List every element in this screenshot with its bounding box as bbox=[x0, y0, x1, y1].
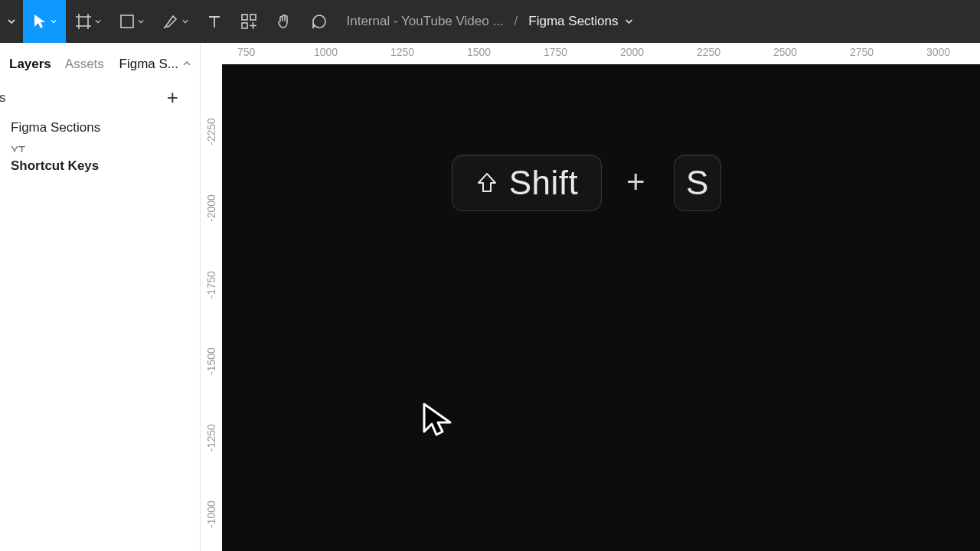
breadcrumb-separator: / bbox=[514, 14, 518, 29]
keycap-s-label: S bbox=[686, 164, 709, 202]
tab-layers[interactable]: Layers bbox=[9, 57, 51, 72]
pages-list: Figma Sections YT Shortcut Keys bbox=[0, 114, 200, 180]
plus-sign: + bbox=[626, 164, 645, 201]
list-item[interactable]: Shortcut Keys bbox=[0, 152, 200, 180]
ruler-tick: 2750 bbox=[850, 46, 874, 58]
list-item[interactable]: Figma Sections bbox=[0, 114, 200, 142]
frame-tool[interactable] bbox=[66, 0, 110, 43]
comment-tool[interactable] bbox=[302, 0, 337, 43]
ruler-tick: 1500 bbox=[467, 46, 491, 58]
ruler-tick: 2000 bbox=[620, 46, 644, 58]
chevron-down-icon bbox=[183, 57, 191, 72]
breadcrumb: Internal - YouTube Video ... / Figma Sec… bbox=[346, 14, 633, 29]
breadcrumb-page-button[interactable]: Figma Sections bbox=[528, 14, 633, 29]
sidebar-tabs: Layers Assets Figma S... bbox=[0, 43, 200, 78]
chevron-down-icon bbox=[625, 17, 634, 26]
svg-rect-1 bbox=[242, 15, 247, 20]
pen-tool[interactable] bbox=[153, 0, 198, 43]
top-toolbar: Internal - YouTube Video ... / Figma Sec… bbox=[0, 0, 980, 43]
breadcrumb-page-label: Figma Sections bbox=[528, 14, 618, 29]
ruler-tick: 750 bbox=[237, 46, 255, 58]
tab-assets[interactable]: Assets bbox=[65, 57, 104, 72]
hand-tool[interactable] bbox=[266, 0, 302, 43]
svg-rect-2 bbox=[250, 15, 256, 20]
ruler-tick: 1000 bbox=[314, 46, 338, 58]
ruler-tick: 1250 bbox=[390, 46, 414, 58]
canvas[interactable]: Shift + S bbox=[222, 64, 980, 551]
pages-label: ges bbox=[0, 90, 5, 106]
pages-header: ges + bbox=[0, 78, 200, 114]
svg-rect-0 bbox=[121, 15, 133, 28]
keycap-shift-label: Shift bbox=[509, 164, 579, 202]
shape-tool[interactable] bbox=[110, 0, 153, 43]
left-sidebar: Layers Assets Figma S... ges + Figma Sec… bbox=[0, 43, 201, 551]
page-selector[interactable]: Figma S... bbox=[119, 57, 191, 72]
ruler-tick: -1750 bbox=[205, 271, 217, 298]
list-item[interactable]: YT bbox=[0, 142, 200, 152]
text-tool[interactable] bbox=[198, 0, 231, 43]
vertical-ruler: -2250 -2000 -1750 -1500 -1250 -1000 bbox=[201, 64, 222, 551]
horizontal-ruler: 750 1000 1250 1500 1750 2000 2250 2500 2… bbox=[201, 43, 980, 64]
svg-rect-3 bbox=[242, 23, 247, 28]
cursor-icon bbox=[421, 401, 455, 438]
ruler-tick: 2500 bbox=[773, 46, 797, 58]
ruler-tick: -2000 bbox=[205, 194, 217, 222]
add-page-button[interactable]: + bbox=[167, 86, 189, 109]
keycap-s: S bbox=[674, 155, 721, 211]
canvas-wrap: 750 1000 1250 1500 1750 2000 2250 2500 2… bbox=[201, 43, 980, 551]
ruler-tick: -1500 bbox=[205, 347, 217, 375]
ruler-tick: -1000 bbox=[205, 500, 217, 528]
keycap-shift: Shift bbox=[452, 155, 602, 211]
ruler-tick: -2250 bbox=[205, 118, 217, 145]
breadcrumb-project[interactable]: Internal - YouTube Video ... bbox=[346, 14, 503, 29]
main-area: Layers Assets Figma S... ges + Figma Sec… bbox=[0, 43, 980, 551]
ruler-tick: 2250 bbox=[697, 46, 720, 58]
page-selector-label: Figma S... bbox=[119, 57, 178, 72]
resources-tool[interactable] bbox=[231, 0, 266, 43]
move-tool[interactable] bbox=[23, 0, 66, 43]
ruler-tick: 3000 bbox=[926, 46, 950, 58]
shift-arrow-icon bbox=[475, 171, 498, 194]
ruler-tick: -1250 bbox=[205, 424, 217, 452]
ruler-tick: 1750 bbox=[544, 46, 567, 58]
main-menu-button[interactable] bbox=[0, 0, 23, 43]
